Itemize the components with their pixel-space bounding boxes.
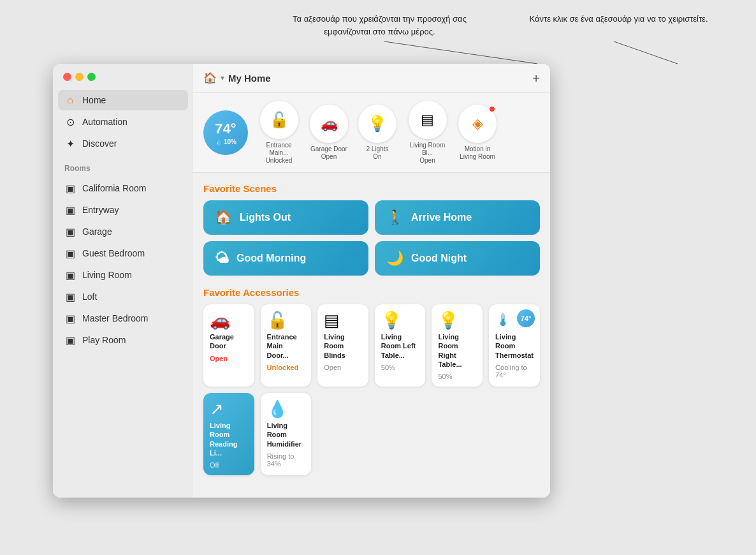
acc-thermostat[interactable]: 74° 🌡 Living Room Thermostat Cooling to … — [489, 304, 540, 387]
home-icon-title: 🏠 — [203, 71, 217, 85]
sidebar-label-automation: Automation — [82, 117, 127, 127]
room-icon: ▣ — [64, 334, 76, 346]
sidebar: ⌂ Home ⊙ Automation ✦ Discover Rooms ▣ C… — [53, 64, 193, 498]
sidebar-item-master-bedroom[interactable]: ▣ Master Bedroom — [58, 308, 188, 329]
right-lamp-icon: 💡 — [438, 312, 476, 329]
status-circle-lights: 💡 — [358, 105, 396, 143]
main-content: 🏠 ▾ My Home + 74° 💧10% 🔓 — [193, 64, 550, 498]
status-blinds[interactable]: ▤ Living Room Bl...Open — [407, 101, 448, 165]
scene-good-morning-label: Good Morning — [236, 253, 306, 264]
temp-value: 74° — [215, 121, 236, 137]
sidebar-label-play-room: Play Room — [82, 335, 126, 345]
add-button[interactable]: + — [532, 72, 540, 85]
minimize-button[interactable] — [75, 73, 84, 81]
acc-thermostat-name: Living Room Thermostat — [495, 332, 534, 360]
sidebar-label-living-room: Living Room — [82, 270, 132, 280]
acc-left-table-name: Living Room Left Table... — [381, 332, 419, 360]
blinds-acc-icon: ▤ — [324, 312, 362, 329]
sidebar-item-california-room[interactable]: ▣ California Room — [58, 178, 188, 198]
acc-right-table-name: Living Room Right Table... — [438, 332, 476, 369]
scene-arrive-home-label: Arrive Home — [411, 212, 472, 223]
chevron-down-icon: ▾ — [221, 74, 224, 82]
acc-thermostat-status: Cooling to 74° — [495, 364, 534, 379]
sidebar-item-entryway[interactable]: ▣ Entryway — [58, 200, 188, 220]
title-bar-left: 🏠 ▾ My Home — [203, 71, 271, 85]
sidebar-label-master-bedroom: Master Bedroom — [82, 313, 148, 323]
sidebar-item-loft[interactable]: ▣ Loft — [58, 286, 188, 307]
sidebar-item-home[interactable]: ⌂ Home — [58, 90, 188, 110]
room-icon: ▣ — [64, 248, 76, 259]
lights-out-icon: 🏠 — [215, 209, 232, 226]
acc-left-table-status: 50% — [381, 364, 419, 371]
bulb-icon: 💡 — [368, 115, 387, 133]
garage-icon: 🚗 — [321, 115, 338, 132]
sidebar-label-home: Home — [82, 95, 106, 105]
acc-garage-door[interactable]: 🚗 Garage Door Open — [203, 304, 254, 387]
alert-dot — [489, 106, 495, 112]
status-lights[interactable]: 💡 2 LightsOn — [358, 105, 396, 161]
acc-blinds-status: Open — [324, 364, 362, 371]
scenes-title: Favorite Scenes — [203, 183, 540, 194]
acc-blinds-name: Living Room Blinds — [324, 332, 362, 360]
room-icon: ▣ — [64, 226, 76, 237]
sidebar-label-garage: Garage — [82, 226, 112, 237]
acc-empty-6 — [489, 393, 540, 475]
acc-garage-door-status: Open — [210, 355, 248, 362]
sidebar-item-discover[interactable]: ✦ Discover — [58, 133, 188, 154]
humidity-value: 💧10% — [215, 138, 236, 145]
good-morning-icon: 🌤 — [215, 250, 229, 267]
room-icon: ▣ — [64, 269, 76, 281]
maximize-button[interactable] — [87, 73, 96, 81]
acc-empty-5 — [432, 393, 483, 475]
close-button[interactable] — [63, 73, 71, 81]
discover-icon: ✦ — [64, 138, 76, 149]
sidebar-item-living-room[interactable]: ▣ Living Room — [58, 265, 188, 285]
acc-reading-light[interactable]: ↗ Living Room Reading Li... Off — [203, 393, 254, 475]
room-icon: ▣ — [64, 313, 76, 324]
temperature-badge[interactable]: 74° 💧10% — [203, 110, 248, 155]
acc-right-table-status: 50% — [438, 373, 476, 380]
sidebar-label-loft: Loft — [82, 292, 97, 302]
sidebar-item-garage[interactable]: ▣ Garage — [58, 221, 188, 242]
sidebar-item-play-room[interactable]: ▣ Play Room — [58, 330, 188, 350]
status-label-entrance: Entrance Main...Unlocked — [258, 142, 300, 165]
status-strip: 74° 💧10% 🔓 Entrance Main...Unlocked 🚗 G — [193, 93, 550, 173]
sidebar-item-automation[interactable]: ⊙ Automation — [58, 112, 188, 132]
humidifier-icon: 💧 — [267, 401, 305, 417]
scene-arrive-home[interactable]: 🚶 Arrive Home — [375, 200, 540, 235]
accessories-title: Favorite Accessories — [203, 287, 540, 298]
home-icon: ⌂ — [64, 94, 76, 106]
rooms-list: ▣ California Room ▣ Entryway ▣ Garage ▣ … — [53, 175, 193, 353]
entrance-door-icon: 🔓 — [267, 312, 305, 329]
automation-icon: ⊙ — [64, 116, 76, 128]
scene-good-morning[interactable]: 🌤 Good Morning — [203, 241, 368, 276]
status-garage[interactable]: 🚗 Garage DoorOpen — [310, 105, 348, 161]
sidebar-item-guest-bedroom[interactable]: ▣ Guest Bedroom — [58, 243, 188, 263]
scene-good-night[interactable]: 🌙 Good Night — [375, 241, 540, 276]
acc-reading-light-name: Living Room Reading Li... — [210, 421, 248, 457]
acc-right-table-lamp[interactable]: 💡 Living Room Right Table... 50% — [432, 304, 483, 387]
acc-humidifier[interactable]: 💧 Living Room Humidifier Rising to 34% — [261, 393, 312, 475]
scene-lights-out[interactable]: 🏠 Lights Out — [203, 200, 368, 235]
accessory-grid-row2: ↗ Living Room Reading Li... Off 💧 Living… — [203, 393, 540, 475]
acc-humidifier-status: Rising to 34% — [267, 452, 305, 468]
status-circle-motion: ◈ — [458, 105, 497, 143]
status-circle-garage: 🚗 — [310, 105, 348, 143]
main-window: ⌂ Home ⊙ Automation ✦ Discover Rooms ▣ C… — [53, 64, 550, 498]
acc-garage-door-name: Garage Door — [210, 332, 248, 351]
status-motion[interactable]: ◈ Motion inLiving Room — [458, 105, 497, 161]
acc-entrance-door[interactable]: 🔓 Entrance Main Door... Unlocked — [261, 304, 312, 387]
status-label-motion: Motion inLiving Room — [460, 145, 495, 161]
svg-line-1 — [614, 41, 678, 64]
svg-line-0 — [384, 41, 537, 64]
acc-left-table-lamp[interactable]: 💡 Living Room Left Table... 50% — [375, 304, 426, 387]
good-night-icon: 🌙 — [386, 250, 403, 267]
status-entrance[interactable]: 🔓 Entrance Main...Unlocked — [258, 101, 300, 165]
sidebar-label-california-room: California Room — [82, 183, 146, 193]
traffic-lights — [53, 64, 193, 87]
acc-blinds[interactable]: ▤ Living Room Blinds Open — [317, 304, 368, 387]
acc-humidifier-name: Living Room Humidifier — [267, 421, 305, 448]
motion-icon: ◈ — [472, 115, 483, 132]
room-icon: ▣ — [64, 291, 76, 302]
thermostat-badge: 74° — [517, 309, 535, 327]
